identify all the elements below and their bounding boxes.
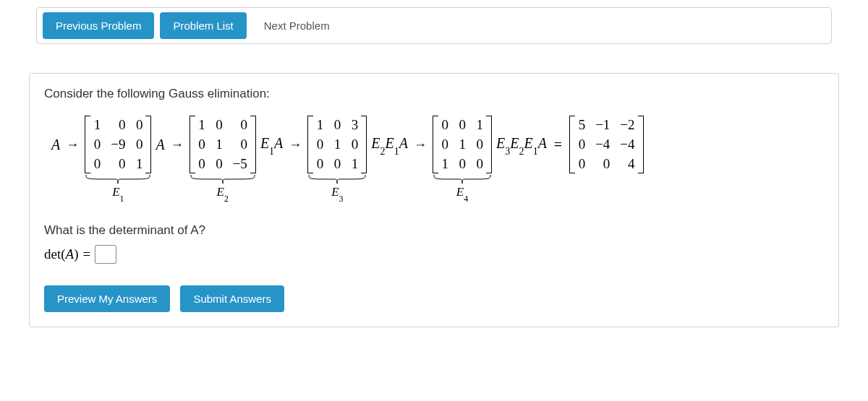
det-label: det(A)	[44, 246, 78, 262]
underbrace-label: E2	[190, 175, 256, 202]
matrix-cell: 0	[93, 156, 101, 172]
matrix-cell: 0	[603, 156, 610, 172]
e-label: E2	[217, 185, 229, 202]
matrix-cell: 1	[351, 156, 358, 172]
matrix-cell: 0	[578, 137, 585, 152]
matrix-cell: 1	[93, 117, 101, 133]
matrix-bracket-right	[638, 116, 644, 173]
matrix-cell: −2	[620, 117, 634, 133]
equals-sign: =	[82, 246, 90, 262]
matrix-cell: 0	[216, 156, 223, 172]
underbrace-icon	[433, 175, 492, 184]
matrix-step: 1000−90001E1	[85, 116, 151, 202]
matrix-cell: 0	[216, 117, 223, 133]
expression-label: E2E1A	[371, 135, 408, 155]
action-bar: Preview My Answers Submit Answers	[44, 285, 824, 312]
preview-answers-button[interactable]: Preview My Answers	[44, 285, 170, 312]
matrix: 10001000−5	[190, 116, 256, 173]
arrow-icon: →	[169, 116, 185, 173]
arrow-icon: →	[64, 116, 80, 173]
matrix-cell: 0	[135, 137, 142, 152]
matrix-cell: 0	[476, 137, 483, 152]
matrix-cell: 1	[441, 156, 448, 172]
e-label: E4	[456, 185, 468, 202]
step-lhs: E3E2E1A	[496, 116, 547, 173]
next-problem-button[interactable]: Next Problem	[252, 12, 341, 39]
matrix-cell: −4	[595, 137, 610, 152]
matrix-cell: 1	[476, 117, 483, 133]
matrix-cell: 3	[351, 117, 358, 133]
gauss-equation: A→1000−90001E1A→10001000−5E2E1A→10301000…	[51, 116, 824, 202]
matrix-cell: −9	[111, 137, 125, 152]
problem-content: Consider the following Gauss elimination…	[29, 73, 839, 327]
matrix-bracket-right	[250, 116, 256, 173]
initial-A: A	[51, 116, 60, 173]
matrix-cell: 0	[118, 117, 125, 133]
matrix-cell: 0	[578, 156, 585, 172]
matrix-bracket-left	[433, 116, 438, 173]
matrix-bracket-left	[307, 116, 313, 173]
submit-answers-button[interactable]: Submit Answers	[180, 285, 284, 312]
matrix-bracket-left	[85, 116, 90, 173]
nav-bar: Previous Problem Problem List Next Probl…	[36, 7, 832, 44]
matrix: 001010100	[433, 116, 492, 173]
matrix-cell: 0	[118, 156, 125, 172]
matrix-cell: 0	[459, 117, 466, 133]
matrix: 1000−90001	[85, 116, 151, 173]
matrix-cell: 0	[351, 137, 358, 152]
matrix-cell: −1	[595, 117, 610, 133]
step-lhs: A	[156, 116, 164, 173]
matrix-cell: 1	[459, 137, 466, 152]
step-lhs: E2E1A	[371, 116, 408, 173]
matrix-cell: 1	[135, 156, 142, 172]
matrix-cell: −5	[233, 156, 247, 172]
matrix-cell: 0	[316, 156, 323, 172]
previous-problem-button[interactable]: Previous Problem	[43, 12, 154, 39]
matrix-cell: 0	[316, 137, 323, 152]
matrix-step: 5−1−20−4−4004	[569, 116, 643, 173]
matrix-bracket-right	[486, 116, 492, 173]
problem-list-button[interactable]: Problem List	[160, 12, 246, 39]
matrix-step: 10001000−5E2	[190, 116, 256, 202]
e-label: E3	[331, 185, 343, 202]
expression-label: E1A	[260, 135, 283, 155]
matrix-cells: 5−1−20−4−4004	[575, 116, 637, 173]
matrix-cell: 0	[333, 156, 341, 172]
underbrace-icon	[190, 175, 256, 184]
matrix-cell: 1	[316, 117, 323, 133]
arrow-icon: →	[412, 116, 428, 173]
underbrace-icon	[307, 175, 367, 184]
matrix-cell: 0	[459, 156, 466, 172]
expression-label: E3E2E1A	[496, 135, 547, 155]
matrix-cell: −4	[620, 137, 634, 152]
determinant-input[interactable]	[95, 245, 116, 264]
matrix-cell: 0	[240, 117, 247, 133]
matrix-cell: 0	[441, 117, 448, 133]
matrix-cell: 1	[198, 117, 205, 133]
arrow-icon: →	[287, 116, 303, 173]
matrix-cells: 103010001	[313, 116, 361, 173]
underbrace-icon	[85, 175, 151, 184]
matrix-bracket-right	[145, 116, 151, 173]
matrix-cell: 0	[441, 137, 448, 152]
underbrace-label: E3	[307, 175, 367, 202]
equals-sign: =	[551, 116, 565, 173]
underbrace-label: E4	[433, 175, 492, 202]
problem-prompt: Consider the following Gauss elimination…	[44, 87, 824, 101]
matrix: 103010001	[307, 116, 367, 173]
matrix-cell: 0	[476, 156, 483, 172]
determinant-input-line: det(A) =	[44, 245, 824, 264]
matrix-cell: 0	[240, 137, 247, 152]
matrix-bracket-left	[190, 116, 195, 173]
matrix-cells: 1000−90001	[90, 116, 145, 173]
matrix-bracket-right	[361, 116, 367, 173]
matrix-cells: 10001000−5	[195, 116, 250, 173]
determinant-question: What is the determinant of A?	[44, 223, 824, 238]
matrix-cells: 001010100	[438, 116, 486, 173]
matrix-cell: 0	[198, 156, 205, 172]
matrix-cell: 1	[216, 137, 223, 152]
underbrace-label: E1	[85, 175, 151, 202]
matrix-step: 103010001E3	[307, 116, 367, 202]
matrix-cell: 4	[628, 156, 635, 172]
matrix-cell: 0	[93, 137, 101, 152]
